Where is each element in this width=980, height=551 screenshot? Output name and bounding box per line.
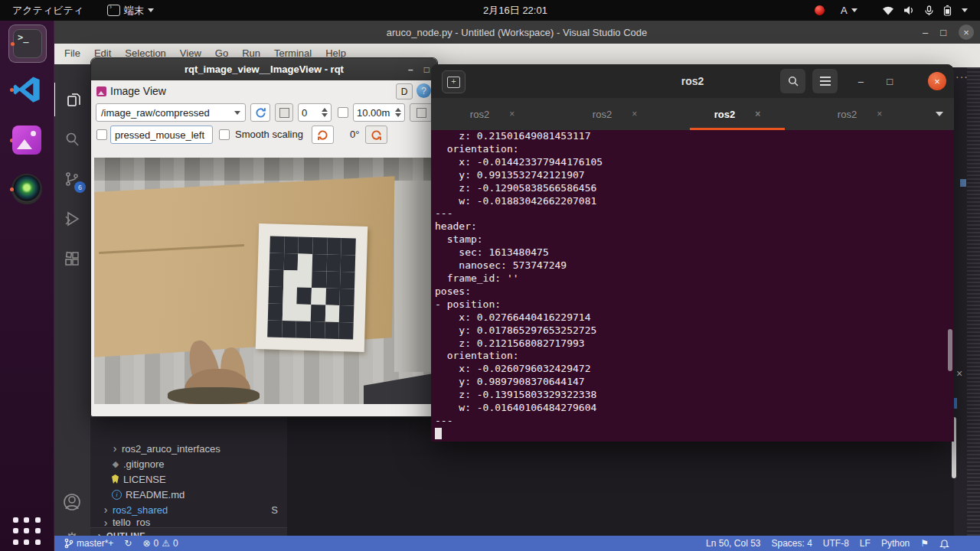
rotate-right-button[interactable]	[365, 126, 387, 144]
dock-image-viewer-icon[interactable]	[8, 122, 45, 158]
feedback-icon[interactable]: ⚑	[920, 538, 929, 549]
explorer-item-file[interactable]: ◆ .gitignore	[90, 456, 287, 471]
smoothing-spinbox[interactable]: 0	[298, 103, 332, 122]
terminal-line: x: -0.014423377944176105	[431, 156, 954, 169]
show-applications-button[interactable]	[10, 514, 44, 548]
new-tab-button[interactable]: +	[442, 70, 466, 93]
activities-button[interactable]: アクティビティ	[12, 0, 83, 21]
explorer-item-file[interactable]: LICENSE	[90, 471, 287, 487]
terminal-maximize-button[interactable]: □	[887, 64, 893, 98]
terminal-scrollbar[interactable]	[948, 329, 952, 371]
smooth-scaling-checkbox[interactable]	[219, 129, 230, 140]
publish-click-checkbox[interactable]	[96, 129, 107, 140]
vscode-minimize-button[interactable]: –	[923, 27, 928, 38]
detach-button[interactable]: D	[396, 83, 413, 99]
panel-close-icon[interactable]: ×	[956, 367, 962, 380]
save-settings-button[interactable]	[410, 103, 433, 122]
menu-button[interactable]	[812, 69, 838, 93]
terminal-tab[interactable]: ros2×	[799, 98, 921, 130]
tab-close-icon[interactable]: ×	[877, 109, 882, 119]
rqt-minimize-button[interactable]: –	[408, 64, 413, 75]
submodule-badge: S	[271, 504, 278, 516]
chevron-right-icon: ›	[110, 442, 119, 455]
terminal-minimize-button[interactable]: –	[858, 64, 864, 98]
problems-status[interactable]: ⊗0 ⚠0	[142, 538, 178, 549]
source-control-icon[interactable]: 6	[54, 162, 90, 196]
terminal-headerbar[interactable]: + ros2 – □ ×	[431, 64, 954, 98]
rqt-maximize-button[interactable]: □	[424, 64, 430, 75]
terminal-app-icon	[107, 5, 120, 16]
run-debug-icon[interactable]	[54, 202, 90, 236]
dock-cheese-camera-icon[interactable]	[8, 171, 45, 207]
tab-close-icon[interactable]: ×	[509, 109, 514, 119]
spinbox-arrows[interactable]	[322, 108, 328, 117]
rotate-left-button[interactable]	[312, 126, 334, 144]
terminal-close-button[interactable]: ×	[928, 72, 946, 90]
explorer-item-submodule[interactable]: › ros2_shared S	[90, 502, 287, 517]
refresh-topics-button[interactable]	[250, 103, 270, 122]
search-icon[interactable]	[54, 122, 90, 156]
help-button[interactable]: ?	[416, 83, 431, 98]
save-image-button[interactable]	[275, 103, 293, 122]
cursor-position-status[interactable]: Ln 50, Col 53	[706, 538, 760, 549]
tab-close-icon[interactable]: ×	[632, 109, 637, 119]
rqt-titlebar[interactable]: rqt_image_view__ImageView - rqt – □	[91, 58, 437, 80]
explorer-item-folder[interactable]: › tello_ros	[90, 517, 287, 527]
encoding-status[interactable]: UTF-8	[823, 538, 849, 549]
menu-item[interactable]: File	[64, 47, 80, 59]
mouse-topic-field[interactable]: pressed_mouse_left	[110, 126, 213, 144]
indentation-status[interactable]: Spaces: 4	[771, 538, 812, 549]
extensions-icon[interactable]	[54, 242, 90, 276]
notifications-bell-icon[interactable]	[939, 538, 949, 549]
ubuntu-dock: >_	[0, 21, 54, 551]
camera-image-view	[94, 158, 436, 404]
tab-list-caret-icon[interactable]	[936, 112, 943, 116]
explorer-item-file[interactable]: i README.md	[90, 487, 287, 502]
focused-app-menu[interactable]: 端末	[107, 0, 154, 21]
terminal-line: y: 0.9897908370644147	[431, 376, 954, 389]
input-method-indicator[interactable]: A	[841, 0, 858, 21]
explorer-item-folder[interactable]: › ros2_aruco_interfaces	[90, 441, 287, 456]
dynamic-range-checkbox[interactable]	[338, 107, 348, 118]
gnome-top-bar: アクティビティ 端末 2月16日 22:01 A	[0, 0, 980, 21]
terminal-tab[interactable]: ros2×	[431, 98, 554, 130]
vscode-titlebar[interactable]: aruco_node.py - Untitled (Workspace) - V…	[54, 21, 980, 44]
running-indicator	[11, 42, 15, 46]
vscode-status-bar: master*+ ↻ ⊗0 ⚠0 Ln 50, Col 53 Spaces: 4…	[54, 536, 980, 551]
topic-select[interactable]: /image_raw/compressed	[96, 103, 246, 122]
terminal-window-title: ros2	[431, 75, 954, 87]
microphone-icon[interactable]	[925, 0, 933, 21]
account-icon[interactable]	[54, 485, 90, 519]
spinbox-arrows[interactable]	[395, 108, 401, 117]
volume-icon[interactable]	[903, 0, 915, 21]
tab-close-icon[interactable]: ×	[755, 109, 760, 119]
explorer-icon[interactable]	[54, 83, 92, 116]
rqt-image-view-window: rqt_image_view__ImageView - rqt – □ Imag…	[90, 57, 438, 417]
eol-status[interactable]: LF	[860, 538, 871, 549]
terminal-tab-bar: ros2× ros2× ros2× ros2×	[431, 98, 954, 130]
screen-record-indicator	[815, 0, 825, 21]
dock-vscode-icon[interactable]	[8, 71, 45, 108]
vscode-maximize-button[interactable]: □	[940, 27, 946, 38]
gnome-terminal-window: + ros2 – □ × ros2× ros2× ros2× ros2×	[431, 64, 954, 442]
marker-paper	[256, 223, 368, 352]
terminal-tab-active[interactable]: ros2×	[676, 98, 799, 130]
terminal-line: ---	[431, 207, 954, 220]
aruco-marker	[267, 236, 356, 339]
sync-status[interactable]: ↻	[124, 538, 132, 549]
dock-terminal-icon[interactable]: >_	[8, 24, 47, 63]
max-range-spinbox[interactable]: 10.00m	[353, 103, 405, 122]
wifi-icon[interactable]	[882, 0, 894, 21]
minimap[interactable]	[967, 67, 980, 536]
terminal-line: z: -0.13915803329322338	[431, 389, 954, 402]
minimap-slider[interactable]	[960, 179, 966, 187]
terminal-tab[interactable]: ros2×	[554, 98, 676, 130]
search-button[interactable]	[780, 69, 805, 93]
running-indicator	[10, 187, 14, 191]
language-mode-status[interactable]: Python	[881, 538, 910, 549]
git-branch-status[interactable]: master*+	[64, 538, 113, 549]
vscode-close-button[interactable]: ×	[959, 24, 974, 40]
battery-icon[interactable]	[943, 0, 952, 21]
terminal-output[interactable]: z: 0.21501649081453117 orientation: x: -…	[431, 130, 954, 442]
system-menu-caret[interactable]	[962, 0, 968, 21]
